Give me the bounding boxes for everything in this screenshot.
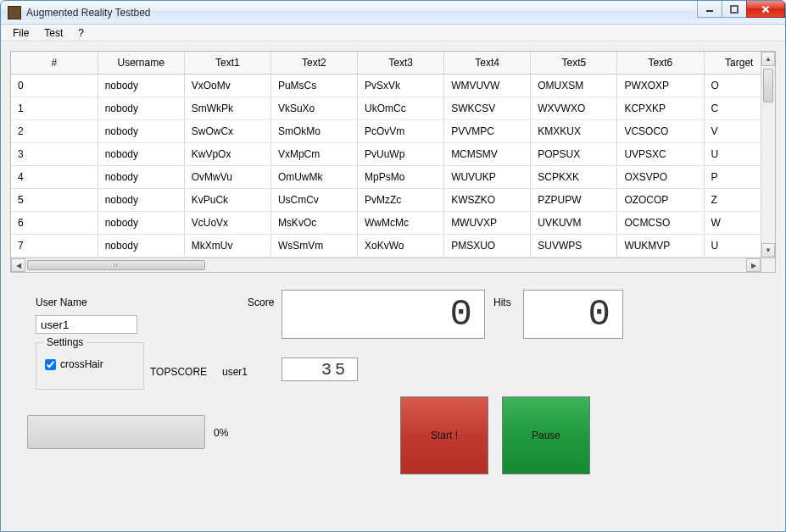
- table-cell: nobody: [98, 75, 184, 97]
- column-header[interactable]: Text1: [184, 52, 270, 75]
- table-horizontal-scrollbar[interactable]: ◀ ▶: [11, 258, 761, 272]
- table-cell: nobody: [98, 189, 184, 212]
- column-header[interactable]: Text3: [358, 52, 444, 75]
- topscore-label: TOPSCORE: [150, 366, 207, 378]
- table-cell: WMVUVW: [444, 75, 531, 97]
- table-cell: 0: [11, 75, 98, 97]
- scroll-thumb-horizontal[interactable]: [27, 260, 205, 270]
- menu-file[interactable]: File: [6, 25, 36, 41]
- column-header[interactable]: #: [11, 52, 98, 75]
- table-cell: VxOoMv: [184, 75, 270, 97]
- maximize-button[interactable]: [722, 1, 747, 18]
- table-cell: OZOCOP: [617, 189, 704, 212]
- app-icon: [8, 6, 21, 19]
- topscore-display: 35: [282, 357, 358, 381]
- table-cell: PVVMPC: [444, 120, 531, 143]
- table-cell: OvMwVu: [184, 166, 270, 189]
- column-header[interactable]: Text2: [270, 52, 357, 75]
- table-cell: nobody: [98, 235, 184, 258]
- table-cell: OmUwMk: [270, 166, 357, 189]
- table-cell: KMXKUX: [531, 120, 617, 143]
- column-header[interactable]: Text4: [444, 52, 531, 75]
- table-cell: PvUuWp: [358, 143, 444, 166]
- table-row[interactable]: 7nobodyMkXmUvWsSmVmXoKvWoPMSXUOSUVWPSWUK…: [11, 235, 775, 258]
- table-cell: 4: [11, 166, 98, 189]
- table-cell: MWUVXP: [444, 212, 531, 235]
- table-cell: PZPUPW: [531, 189, 617, 212]
- table-row[interactable]: 6nobodyVcUoVxMsKvOcWwMcMcMWUVXPUVKUVMOCM…: [11, 212, 775, 235]
- scroll-left-icon[interactable]: ◀: [11, 258, 25, 272]
- table-cell: 1: [11, 97, 98, 120]
- minimize-button[interactable]: [697, 1, 722, 18]
- table-row[interactable]: 0nobodyVxOoMvPuMsCsPvSxVkWMVUVWOMUXSMPWX…: [11, 75, 775, 97]
- table-cell: SmOkMo: [270, 120, 357, 143]
- table-cell: VcUoVx: [184, 212, 270, 235]
- titlebar[interactable]: Augmented Reality Testbed: [1, 1, 785, 25]
- crosshair-checkbox[interactable]: crossHair: [45, 358, 103, 370]
- scroll-right-icon[interactable]: ▶: [746, 258, 761, 272]
- scroll-up-icon[interactable]: ▲: [761, 52, 775, 66]
- table-cell: UVPSXC: [617, 143, 704, 166]
- scroll-down-icon[interactable]: ▼: [761, 243, 775, 258]
- username-field[interactable]: [36, 315, 137, 334]
- table-cell: 2: [11, 120, 98, 143]
- table-row[interactable]: 3nobodyKwVpOxVxMpCmPvUuWpMCMSMVPOPSUXUVP…: [11, 143, 775, 166]
- table-cell: VkSuXo: [270, 97, 357, 120]
- table-row[interactable]: 1nobodySmWkPkVkSuXoUkOmCcSWKCSVWXVWXOKCP…: [11, 97, 775, 120]
- window-title: Augmented Reality Testbed: [26, 7, 151, 19]
- table-cell: MsKvOc: [270, 212, 357, 235]
- table-cell: PuMsCs: [270, 75, 357, 97]
- pause-button[interactable]: Pause: [502, 396, 590, 474]
- start-button-label: Start !: [431, 429, 458, 441]
- settings-groupbox: Settings crossHair: [36, 342, 144, 390]
- table-cell: PvSxVk: [358, 75, 444, 97]
- table-cell: VxMpCm: [270, 143, 357, 166]
- menu-help[interactable]: ?: [71, 25, 91, 41]
- table-cell: 3: [11, 143, 98, 166]
- client-area: #UsernameText1Text2Text3Text4Text5Text6T…: [2, 42, 784, 530]
- table-cell: WsSmVm: [270, 235, 357, 258]
- table-cell: UkOmCc: [358, 97, 444, 120]
- table-row[interactable]: 2nobodySwOwCxSmOkMoPcOvVmPVVMPCKMXKUXVCS…: [11, 120, 775, 143]
- data-table-panel: #UsernameText1Text2Text3Text4Text5Text6T…: [10, 51, 776, 273]
- close-button[interactable]: [746, 1, 785, 18]
- table-cell: MkXmUv: [184, 235, 270, 258]
- topscore-value: 35: [321, 360, 348, 380]
- table-cell: MpPsMo: [358, 166, 444, 189]
- username-label: User Name: [36, 296, 87, 308]
- table-cell: PWXOXP: [617, 75, 704, 97]
- svg-rect-1: [731, 6, 738, 13]
- progress-text: 0%: [214, 427, 228, 439]
- column-header[interactable]: Text5: [531, 52, 617, 75]
- menu-test[interactable]: Test: [37, 25, 70, 41]
- menubar: File Test ?: [1, 25, 785, 42]
- table-cell: OXSVPO: [617, 166, 704, 189]
- table-cell: KvPuCk: [184, 189, 270, 212]
- pause-button-label: Pause: [532, 429, 560, 441]
- table-vertical-scrollbar[interactable]: ▲ ▼: [761, 52, 775, 258]
- table-cell: WUKMVP: [617, 235, 704, 258]
- table-cell: KwVpOx: [184, 143, 270, 166]
- column-header[interactable]: Text6: [617, 52, 704, 75]
- table-cell: PMSXUO: [444, 235, 531, 258]
- hits-display: 0: [523, 290, 623, 339]
- crosshair-checkbox-input[interactable]: [45, 359, 56, 370]
- topscore-user: user1: [222, 366, 248, 378]
- data-table[interactable]: #UsernameText1Text2Text3Text4Text5Text6T…: [11, 52, 775, 258]
- table-cell: nobody: [98, 97, 184, 120]
- table-row[interactable]: 5nobodyKvPuCkUsCmCvPvMzZcKWSZKOPZPUPWOZO…: [11, 189, 775, 212]
- table-row[interactable]: 4nobodyOvMwVuOmUwMkMpPsMoWUVUKPSCPKXKOXS…: [11, 166, 775, 189]
- hits-label: Hits: [493, 296, 511, 308]
- scroll-thumb-vertical[interactable]: [763, 69, 773, 103]
- start-button[interactable]: Start !: [400, 396, 488, 474]
- progress-bar: [27, 415, 205, 449]
- table-cell: WUVUKP: [444, 166, 531, 189]
- column-header[interactable]: Username: [98, 52, 184, 75]
- control-panel: User Name Settings crossHair TOPSCORE us…: [10, 281, 776, 527]
- table-cell: 5: [11, 189, 98, 212]
- table-cell: nobody: [98, 143, 184, 166]
- table-cell: WwMcMc: [358, 212, 444, 235]
- table-cell: PvMzZc: [358, 189, 444, 212]
- table-cell: SmWkPk: [184, 97, 270, 120]
- table-cell: KWSZKO: [444, 189, 531, 212]
